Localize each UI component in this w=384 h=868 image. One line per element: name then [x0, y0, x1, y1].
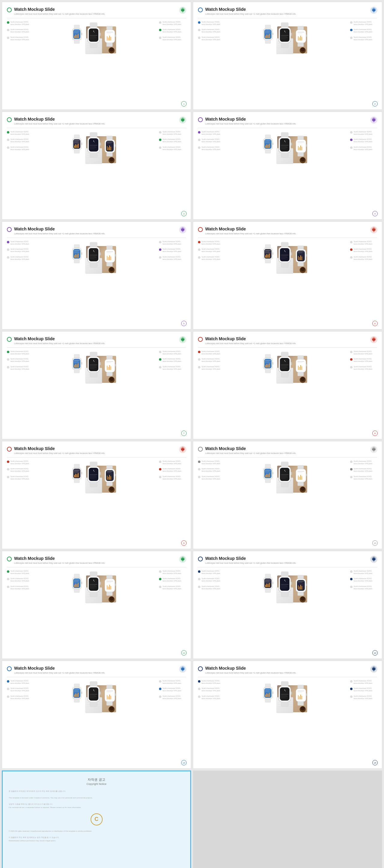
- svg-rect-64: [266, 34, 267, 38]
- svg-rect-553: [265, 585, 266, 587]
- svg-rect-161: [265, 146, 266, 148]
- svg-rect-17: [78, 34, 78, 38]
- svg-rect-28: [90, 37, 96, 38]
- svg-rect-165: [265, 150, 270, 153]
- slide-dot-icon: [7, 227, 12, 232]
- svg-point-154: [300, 157, 305, 161]
- slide-dot-icon: [198, 117, 203, 122]
- svg-rect-584: [298, 592, 303, 595]
- svg-rect-193: [306, 144, 307, 147]
- slide-content: Synth chartreuse XOXO,tacos brooklyn VHS…: [7, 680, 186, 728]
- slide-title: Watch Mockup Slide: [14, 446, 105, 451]
- list-icon: [198, 138, 200, 141]
- svg-rect-405: [74, 472, 79, 472]
- svg-rect-452: [265, 470, 271, 470]
- watches-area: [228, 680, 347, 728]
- svg-rect-115: [78, 144, 78, 148]
- svg-rect-460: [273, 472, 273, 474]
- svg-rect-139: [109, 146, 110, 150]
- list-text-right: Synth chartreuse XOXO,tacos brooklyn VHS…: [354, 680, 373, 684]
- list-item-right: Synth chartreuse XOXO,tacos brooklyn VHS…: [350, 146, 377, 151]
- list-text-right: Synth chartreuse XOXO,tacos brooklyn VHS…: [163, 256, 182, 260]
- slide-content: Synth chartreuse XOXO,tacos brooklyn VHS…: [198, 680, 377, 728]
- svg-rect-235: [107, 256, 108, 260]
- slide-content: Synth chartreuse XOXO,tacos brooklyn VHS…: [198, 460, 377, 508]
- list-icon: [198, 351, 200, 353]
- svg-rect-124: [90, 145, 97, 146]
- svg-rect-386: [298, 355, 303, 359]
- list-icon-right: [159, 241, 161, 243]
- svg-rect-382: [298, 366, 299, 370]
- svg-rect-335: [109, 365, 110, 370]
- svg-point-342: [182, 338, 184, 341]
- right-list: Synth chartreuse XOXO,tacos brooklyn VHS…: [159, 21, 186, 69]
- svg-rect-42: [110, 37, 111, 40]
- svg-rect-275: [281, 243, 288, 247]
- svg-point-97: [373, 9, 375, 11]
- list-icon-right: [159, 578, 161, 580]
- svg-point-595: [109, 706, 114, 711]
- list-text-right: Synth chartreuse XOXO,tacos brooklyn VHS…: [354, 36, 373, 41]
- svg-rect-95: [306, 34, 307, 37]
- svg-rect-571: [281, 593, 288, 597]
- list-text: Synth chartreuse XOXO,tacos brooklyn VHS…: [201, 21, 221, 26]
- svg-rect-223: [90, 256, 96, 256]
- slide-subtitle: Lottecepss niet lout must fund before th…: [14, 452, 105, 455]
- list-item: Synth chartreuse XOXO,tacos brooklyn VHS…: [198, 146, 225, 151]
- svg-rect-645: [265, 684, 270, 687]
- svg-rect-257: [265, 251, 269, 252]
- svg-rect-649: [265, 691, 269, 691]
- svg-rect-135: [106, 142, 113, 142]
- slide-content: Synth chartreuse XOXO,tacos brooklyn VHS…: [198, 131, 377, 179]
- slide-subtitle: Lottecepss niet lout must fund before th…: [14, 122, 105, 125]
- svg-rect-604: [76, 694, 77, 697]
- svg-rect-421: [90, 478, 95, 478]
- svg-rect-429: [106, 471, 113, 472]
- svg-rect-261: [267, 255, 268, 258]
- left-list: Synth chartreuse XOXO,tacos brooklyn VHS…: [7, 131, 34, 179]
- slide-dot-icon: [7, 7, 12, 12]
- list-text-right: Synth chartreuse XOXO,tacos brooklyn VHS…: [354, 468, 373, 472]
- svg-rect-569: [281, 572, 288, 577]
- svg-rect-516: [90, 584, 97, 585]
- svg-rect-340: [115, 364, 116, 366]
- watches-area: [37, 570, 156, 618]
- list-text-right: Synth chartreuse XOXO,tacos brooklyn VHS…: [163, 36, 182, 41]
- svg-rect-110: [74, 142, 78, 142]
- list-text: Synth chartreuse XOXO,tacos brooklyn VHS…: [201, 366, 221, 370]
- slide-title: Watch Mockup Slide: [205, 446, 296, 451]
- svg-rect-214: [74, 259, 79, 263]
- slide-content: Synth chartreuse XOXO,tacos brooklyn VHS…: [7, 131, 186, 179]
- list-icon: [7, 351, 9, 353]
- svg-rect-679: [301, 696, 302, 700]
- svg-rect-502: [74, 581, 78, 582]
- svg-rect-87: [298, 33, 302, 34]
- left-list: Synth chartreuse XOXO,tacos brooklyn VHS…: [198, 21, 225, 69]
- slide-header: Watch Mockup Slide Lottecepss niet lout …: [7, 446, 186, 455]
- list-icon-right: [350, 248, 352, 251]
- list-item: Synth chartreuse XOXO,tacos brooklyn VHS…: [7, 687, 34, 692]
- list-item: Synth chartreuse XOXO,tacos brooklyn VHS…: [198, 687, 225, 692]
- list-text: Synth chartreuse XOXO,tacos brooklyn VHS…: [201, 248, 221, 253]
- right-list: Synth chartreuse XOXO,tacos brooklyn VHS…: [159, 350, 186, 398]
- watches-area: [37, 350, 156, 398]
- list-item-right: Synth chartreuse XOXO,tacos brooklyn VHS…: [350, 578, 377, 582]
- slide-dot-icon: [7, 557, 12, 561]
- svg-rect-455: [265, 475, 266, 477]
- svg-rect-334: [108, 367, 109, 370]
- svg-rect-284: [298, 256, 299, 260]
- right-list: Synth chartreuse XOXO,tacos brooklyn VHS…: [159, 680, 186, 728]
- svg-rect-533: [106, 575, 113, 579]
- svg-rect-578: [298, 585, 299, 590]
- svg-rect-222: [90, 255, 97, 255]
- svg-rect-457: [267, 474, 268, 477]
- list-text: Synth chartreuse XOXO,tacos brooklyn VHS…: [10, 578, 29, 582]
- logo-icon: [179, 445, 187, 453]
- svg-rect-162: [266, 144, 267, 148]
- slide-dot-icon: [198, 557, 203, 561]
- list-icon-right: [159, 37, 161, 39]
- svg-rect-331: [106, 361, 113, 362]
- svg-point-301: [109, 377, 114, 381]
- svg-rect-551: [265, 581, 269, 582]
- list-item: Synth chartreuse XOXO,tacos brooklyn VHS…: [198, 36, 225, 41]
